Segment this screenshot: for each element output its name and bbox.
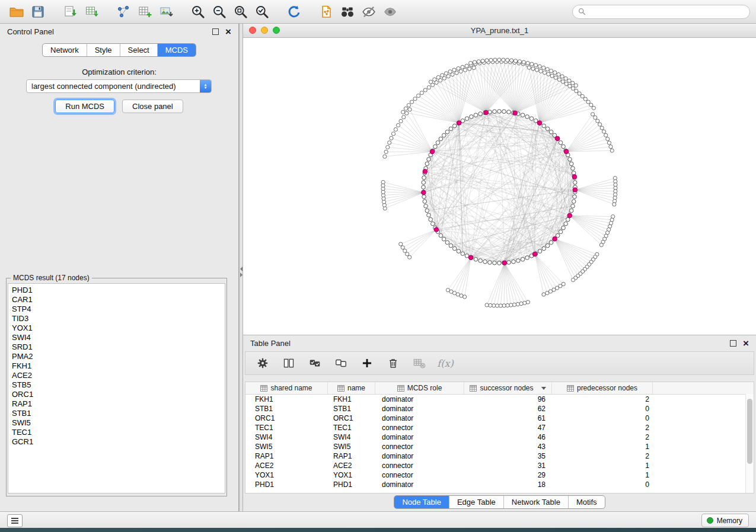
- graph-node: [610, 149, 614, 152]
- table-row[interactable]: SWI5SWI5connector431: [245, 442, 754, 451]
- search-input[interactable]: [589, 7, 744, 17]
- network-from-selection-button[interactable]: [315, 2, 337, 21]
- memory-button[interactable]: Memory: [701, 514, 749, 527]
- table-cell: PHD1: [328, 480, 375, 489]
- tab-motifs[interactable]: Motifs: [569, 496, 605, 508]
- mcds-result-item[interactable]: RAP1: [12, 399, 225, 409]
- tab-style[interactable]: Style: [87, 44, 120, 56]
- mcds-result-item[interactable]: ACE2: [12, 371, 225, 380]
- import-network-from-file-button[interactable]: [59, 2, 81, 21]
- graph-node: [507, 110, 511, 114]
- close-panel-button[interactable]: Close panel: [122, 100, 183, 113]
- mcds-result-item[interactable]: PMA2: [12, 352, 225, 361]
- graph-node: [499, 304, 502, 307]
- graph-node: [407, 103, 410, 107]
- mcds-result-item[interactable]: GCR1: [12, 437, 225, 447]
- table-scrollbar-thumb[interactable]: [747, 399, 752, 464]
- show-graphics-details-button[interactable]: [379, 2, 401, 21]
- network-canvas[interactable]: [243, 38, 756, 335]
- import-table-from-file-button[interactable]: [81, 2, 102, 21]
- graph-edge: [500, 263, 505, 306]
- mcds-result-item[interactable]: TID3: [12, 314, 225, 323]
- graph-node: [604, 133, 608, 137]
- column-header-name[interactable]: name: [328, 382, 375, 394]
- mcds-result-item[interactable]: ORC1: [12, 390, 225, 399]
- close-panel-icon[interactable]: ×: [225, 27, 231, 37]
- show-columns-button[interactable]: [281, 355, 296, 371]
- mcds-result-item[interactable]: STB1: [12, 409, 225, 418]
- mcds-result-item[interactable]: FKH1: [12, 361, 225, 371]
- tab-mcds[interactable]: MCDS: [158, 44, 196, 56]
- graph-node: [390, 136, 393, 140]
- save-session-button[interactable]: [27, 2, 49, 21]
- float-table-panel-icon[interactable]: [730, 340, 736, 347]
- graph-node: [452, 124, 457, 128]
- tab-network-table[interactable]: Network Table: [504, 496, 569, 508]
- table-row[interactable]: ACE2ACE2connector311: [245, 461, 754, 470]
- hide-selected-button[interactable]: [358, 2, 379, 21]
- zoom-in-button[interactable]: [187, 2, 209, 21]
- graph-edge: [535, 254, 563, 284]
- zoom-fit-button[interactable]: [230, 2, 251, 21]
- graph-edge: [424, 197, 471, 258]
- table-row[interactable]: YOX1YOX1connector291: [245, 470, 754, 480]
- criterion-dropdown[interactable]: largest connected component (undirected)…: [26, 79, 212, 93]
- table-row[interactable]: RAP1RAP1dominator352: [245, 451, 754, 461]
- collapse-right-icon[interactable]: [240, 273, 243, 277]
- table-row[interactable]: FKH1FKH1dominator962: [245, 395, 754, 404]
- graph-node: [497, 110, 502, 114]
- mcds-result-item[interactable]: STP4: [12, 305, 225, 314]
- network-window-titlebar[interactable]: YPA_prune.txt_1: [243, 24, 756, 38]
- table-settings-button[interactable]: [255, 355, 270, 371]
- mcds-result-item[interactable]: SWI4: [12, 333, 225, 342]
- table-row[interactable]: TEC1TEC1connector472: [245, 423, 754, 432]
- open-session-button[interactable]: [6, 2, 27, 21]
- table-row[interactable]: ORC1ORC1dominator610: [245, 414, 754, 423]
- apply-layout-button[interactable]: [283, 2, 305, 21]
- tab-node-table[interactable]: Node Table: [394, 496, 449, 508]
- add-column-button[interactable]: [359, 355, 375, 371]
- mcds-result-item[interactable]: SWI5: [12, 418, 225, 428]
- graph-node: [561, 80, 564, 84]
- task-history-button[interactable]: [7, 514, 23, 527]
- mcds-result-item[interactable]: TEC1: [12, 428, 225, 437]
- column-header-shared-name[interactable]: shared name: [245, 382, 328, 394]
- table-row[interactable]: STB1STB1dominator620: [245, 404, 754, 414]
- panel-splitter[interactable]: [239, 24, 243, 511]
- table-scrollbar[interactable]: [745, 394, 754, 493]
- table-row[interactable]: PHD1PHD1dominator180: [245, 480, 754, 489]
- mcds-result-item[interactable]: SRD1: [12, 342, 225, 352]
- export-image-button[interactable]: [155, 2, 177, 21]
- run-mcds-button[interactable]: Run MCDS: [55, 100, 114, 113]
- column-header-predecessor-nodes[interactable]: predecessor nodes: [552, 382, 653, 394]
- table-cell: dominator: [375, 405, 464, 413]
- delete-column-button[interactable]: [385, 355, 401, 371]
- table-cell: 31: [464, 462, 552, 470]
- tab-edge-table[interactable]: Edge Table: [449, 496, 504, 508]
- column-header-mcds-role[interactable]: MCDS role: [375, 382, 464, 394]
- mcds-result-item[interactable]: PHD1: [12, 286, 225, 295]
- first-neighbors-button[interactable]: [337, 2, 358, 21]
- graph-node: [433, 145, 438, 149]
- mcds-result-item[interactable]: STB5: [12, 380, 225, 390]
- select-all-button[interactable]: [307, 355, 323, 371]
- close-window-button[interactable]: [249, 27, 256, 34]
- close-table-panel-icon[interactable]: ×: [743, 338, 749, 348]
- zoom-selected-button[interactable]: [251, 2, 273, 21]
- column-header-successor-nodes[interactable]: successor nodes: [464, 382, 552, 394]
- mcds-result-item[interactable]: YOX1: [12, 323, 225, 333]
- new-network-button[interactable]: [113, 2, 134, 21]
- tab-select[interactable]: Select: [120, 44, 158, 56]
- mcds-result-item[interactable]: CAR1: [12, 295, 225, 305]
- float-panel-icon[interactable]: [212, 28, 219, 35]
- maximize-window-button[interactable]: [273, 27, 280, 34]
- minimize-window-button[interactable]: [261, 27, 268, 34]
- graph-dominator-node: [555, 136, 560, 141]
- table-row[interactable]: SWI4SWI4dominator462: [245, 432, 754, 442]
- new-table-button[interactable]: [134, 2, 155, 21]
- zoom-out-button[interactable]: [209, 2, 230, 21]
- splitter-collapse-icons[interactable]: [240, 265, 243, 278]
- collapse-left-icon[interactable]: [240, 267, 243, 271]
- tab-network[interactable]: Network: [43, 44, 87, 56]
- deselect-all-button[interactable]: [333, 355, 349, 371]
